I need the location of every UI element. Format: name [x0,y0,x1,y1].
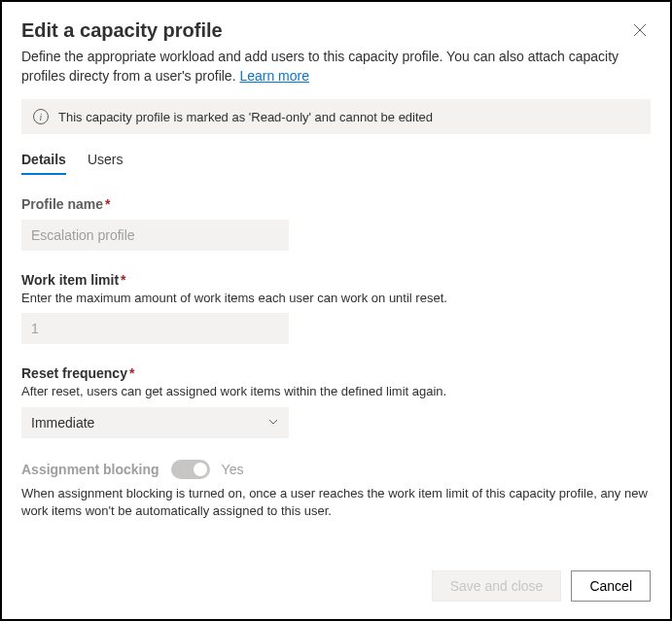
dialog-title: Edit a capacity profile [21,19,223,42]
tab-users[interactable]: Users [88,152,124,175]
header-row: Edit a capacity profile [21,19,651,48]
required-marker: * [129,365,134,381]
profile-name-label-text: Profile name [21,196,103,212]
assignment-blocking-helper: When assignment blocking is turned on, o… [21,485,651,522]
work-item-limit-input: 1 [21,313,289,344]
work-item-limit-label: Work item limit* [21,272,651,288]
reset-frequency-select: Immediate [21,407,289,438]
profile-name-input: Escalation profile [21,220,289,251]
field-work-item-limit: Work item limit* Enter the maximum amoun… [21,272,651,344]
reset-frequency-label: Reset frequency* [21,365,651,381]
close-button[interactable] [629,19,651,44]
tab-details[interactable]: Details [21,152,66,175]
dialog-subtitle: Define the appropriate workload and add … [21,48,651,86]
profile-name-value: Escalation profile [31,227,135,243]
dialog-footer: Save and close Cancel [21,563,651,602]
readonly-info-bar: i This capacity profile is marked as 'Re… [21,99,651,134]
profile-name-label: Profile name* [21,196,651,212]
chevron-down-icon [267,415,279,431]
work-item-limit-value: 1 [31,321,39,336]
work-item-limit-helper: Enter the maximum amount of work items e… [21,290,651,307]
assignment-blocking-label: Assignment blocking [21,462,159,477]
cancel-button[interactable]: Cancel [571,570,651,602]
info-bar-text: This capacity profile is marked as 'Read… [58,110,433,124]
reset-frequency-value: Immediate [31,415,94,431]
info-icon: i [33,109,49,124]
assignment-blocking-toggle [171,460,210,479]
dialog-container: Edit a capacity profile Define the appro… [2,2,670,619]
assignment-blocking-state: Yes [222,462,244,477]
save-and-close-button: Save and close [432,570,562,602]
toggle-knob [194,463,207,476]
learn-more-link[interactable]: Learn more [239,68,309,84]
spacer [21,542,651,563]
close-icon [633,23,647,40]
reset-frequency-label-text: Reset frequency [21,365,127,381]
field-profile-name: Profile name* Escalation profile [21,196,651,251]
work-item-limit-label-text: Work item limit [21,272,119,288]
required-marker: * [105,196,110,212]
field-assignment-blocking: Assignment blocking Yes When assignment … [21,460,651,522]
field-reset-frequency: Reset frequency* After reset, users can … [21,365,651,437]
tab-list: Details Users [21,152,651,175]
reset-frequency-helper: After reset, users can get assigned work… [21,383,651,400]
required-marker: * [121,272,125,288]
assignment-blocking-row: Assignment blocking Yes [21,460,651,479]
subtitle-text: Define the appropriate workload and add … [21,49,619,84]
